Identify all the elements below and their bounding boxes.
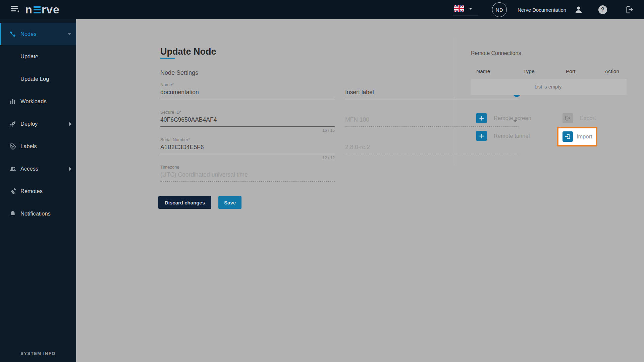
logo-text-pre: n bbox=[25, 3, 33, 16]
page-title: Update Node bbox=[160, 47, 216, 57]
secure-id-field: Secure ID* 40F6C9650AAB4AF4 16 / 16 bbox=[160, 110, 335, 137]
chevron-right-icon bbox=[69, 167, 71, 171]
secure-id-counter: 16 / 16 bbox=[160, 128, 335, 133]
empty-list-message: List is empty. bbox=[471, 78, 627, 95]
sidebar-item-remotes[interactable]: Remotes bbox=[0, 180, 76, 202]
deploy-icon bbox=[9, 120, 16, 128]
export-label: Export bbox=[580, 115, 596, 121]
plus-icon bbox=[476, 113, 487, 123]
insert-label-placeholder: Insert label bbox=[345, 89, 374, 96]
timezone-label: Timezone bbox=[160, 165, 335, 171]
discard-changes-button[interactable]: Discard changes bbox=[158, 196, 211, 209]
sidebar-item-label: Access bbox=[20, 166, 38, 172]
sidebar-item-labels[interactable]: Labels bbox=[0, 135, 76, 158]
language-select[interactable] bbox=[453, 4, 478, 15]
sidebar-item-label: Update Log bbox=[20, 76, 49, 82]
logo-text-post: rve bbox=[42, 3, 60, 16]
chevron-down-icon bbox=[469, 8, 472, 10]
avatar-initials: ND bbox=[496, 7, 503, 13]
export-icon bbox=[562, 113, 573, 123]
language-flag-uk-icon bbox=[454, 5, 464, 12]
labels-icon bbox=[9, 143, 16, 150]
version-value: 2.8.0-rc.2 bbox=[345, 144, 519, 154]
import-button-highlighted[interactable]: Import bbox=[557, 127, 597, 146]
top-bar: n rve ND Nerve Documentation ? bbox=[0, 0, 644, 19]
sidebar-item-label: Remotes bbox=[20, 188, 43, 194]
nodes-icon bbox=[9, 31, 16, 38]
chevron-down-icon bbox=[67, 33, 71, 35]
chevron-right-icon bbox=[69, 122, 71, 126]
sidebar-nav: Nodes Update Update Log Workloads Deploy bbox=[0, 19, 76, 225]
help-glyph: ? bbox=[601, 6, 604, 13]
sidebar-item-deploy[interactable]: Deploy bbox=[0, 113, 76, 135]
sidebar-item-nodes[interactable]: Nodes bbox=[0, 23, 76, 45]
panel-divider bbox=[456, 38, 456, 166]
table-header-row: Name Type Port Action bbox=[471, 68, 627, 78]
menu-bar bbox=[11, 8, 18, 9]
sidebar-item-update[interactable]: Update bbox=[0, 45, 76, 68]
access-icon bbox=[9, 165, 16, 173]
remote-screen-label: Remote screen bbox=[494, 115, 531, 121]
plus-icon bbox=[476, 131, 487, 141]
serial-number-label: Serial Number* bbox=[160, 137, 335, 144]
save-button[interactable]: Save bbox=[218, 196, 241, 209]
sidebar-item-label: Notifications bbox=[20, 210, 51, 217]
secure-id-input[interactable]: 40F6C9650AAB4AF4 bbox=[160, 116, 335, 127]
sidebar-item-access[interactable]: Access bbox=[0, 158, 76, 180]
sidebar: Nodes Update Update Log Workloads Deploy bbox=[0, 19, 76, 362]
import-icon bbox=[562, 131, 573, 142]
workloads-icon bbox=[9, 98, 16, 105]
logout-icon[interactable] bbox=[625, 5, 634, 14]
name-label: Name* bbox=[160, 82, 335, 89]
timezone-value: (UTC) Coordinated universal time bbox=[160, 171, 335, 182]
secure-id-label: Secure ID* bbox=[160, 110, 335, 116]
notifications-icon bbox=[9, 210, 16, 218]
menu-bar bbox=[11, 6, 18, 7]
serial-number-counter: 12 / 12 bbox=[160, 156, 335, 160]
column-header-action: Action bbox=[605, 68, 632, 74]
model-value: MFN 100 bbox=[345, 116, 369, 123]
serial-number-input[interactable]: A1B2C3D4E5F6 bbox=[160, 144, 335, 154]
sidebar-item-update-log[interactable]: Update Log bbox=[0, 68, 76, 90]
menu-toggle-icon[interactable] bbox=[11, 6, 19, 13]
timezone-field: Timezone (UTC) Coordinated universal tim… bbox=[160, 165, 335, 192]
help-icon[interactable]: ? bbox=[598, 5, 607, 14]
system-info-button[interactable]: SYSTEM INFO bbox=[0, 351, 76, 356]
nerve-logo: n rve bbox=[25, 3, 60, 16]
name-field: Name* documentation bbox=[160, 82, 335, 110]
user-avatar[interactable]: ND bbox=[492, 2, 507, 17]
name-input[interactable]: documentation bbox=[160, 89, 335, 99]
section-title: Node Settings bbox=[160, 69, 198, 76]
import-label: Import bbox=[577, 133, 592, 140]
sidebar-item-label: Workloads bbox=[20, 98, 47, 105]
menu-collapse-arrow bbox=[17, 10, 19, 13]
version-field: 2.8.0-rc.2 bbox=[345, 137, 519, 165]
sidebar-item-workloads[interactable]: Workloads bbox=[0, 90, 76, 113]
logo-e-bars-icon bbox=[34, 6, 41, 13]
add-remote-tunnel-button[interactable]: Remote tunnel bbox=[476, 131, 530, 141]
sidebar-item-label: Deploy bbox=[20, 121, 38, 127]
remotes-icon bbox=[9, 188, 16, 195]
add-remote-screen-button[interactable]: Remote screen bbox=[476, 113, 531, 123]
menu-bar bbox=[11, 10, 16, 11]
remote-tunnel-label: Remote tunnel bbox=[494, 133, 530, 139]
column-header-name: Name bbox=[476, 68, 523, 74]
remote-connections-table: Name Type Port Action List is empty. bbox=[471, 68, 627, 95]
remote-connections-title: Remote Connections bbox=[471, 50, 521, 56]
form-actions: Discard changes Save bbox=[158, 196, 241, 209]
user-profile-icon[interactable] bbox=[574, 5, 583, 14]
sidebar-item-label: Nodes bbox=[20, 31, 37, 37]
column-header-type: Type bbox=[523, 68, 566, 74]
export-button[interactable]: Export bbox=[562, 113, 596, 123]
column-header-port: Port bbox=[566, 68, 605, 74]
node-settings-form: Name* documentation Insert label i Secur… bbox=[160, 82, 519, 192]
account-name[interactable]: Nerve Documentation bbox=[518, 7, 566, 13]
serial-number-field: Serial Number* A1B2C3D4E5F6 12 / 12 bbox=[160, 137, 335, 165]
title-underline bbox=[160, 58, 175, 59]
sidebar-item-notifications[interactable]: Notifications bbox=[0, 202, 76, 225]
sidebar-item-label: Labels bbox=[20, 143, 37, 149]
sidebar-item-label: Update bbox=[20, 53, 38, 60]
